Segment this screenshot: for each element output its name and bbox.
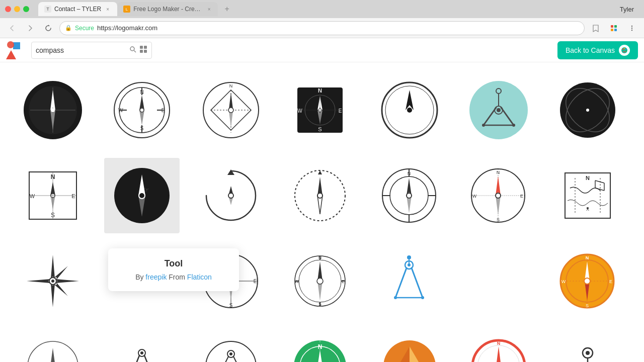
- tooltip-credit: By freepik From Flaticon: [123, 273, 224, 281]
- close-button[interactable]: [5, 6, 11, 12]
- svg-marker-134: [51, 255, 55, 279]
- author-link[interactable]: freepik: [145, 273, 167, 281]
- app-logo: [6, 41, 24, 59]
- svg-line-200: [218, 356, 228, 362]
- download-button[interactable]: [607, 21, 621, 35]
- svg-rect-6: [614, 25, 617, 28]
- svg-point-73: [512, 124, 515, 127]
- tab-contact[interactable]: T Contact – TYLER ×: [38, 2, 117, 16]
- svg-rect-14: [140, 46, 143, 49]
- icon-compass-simple-outline-sm[interactable]: [15, 329, 91, 362]
- icon-compass-circle-tool[interactable]: [193, 329, 269, 362]
- icon-compass-tool-pencil[interactable]: [372, 243, 447, 319]
- svg-line-193: [144, 355, 155, 362]
- svg-point-173: [408, 263, 411, 266]
- svg-text:T: T: [46, 7, 49, 12]
- icon-compass-drawing-tool[interactable]: [104, 329, 180, 362]
- browser-tabs: T Contact – TYLER × L Free Logo Maker - …: [38, 2, 616, 16]
- source-link[interactable]: Flaticon: [187, 273, 212, 281]
- svg-point-20: [624, 48, 625, 49]
- back-to-canvas-button[interactable]: Back to Canvas: [557, 41, 638, 59]
- svg-point-143: [51, 280, 54, 283]
- svg-text:N: N: [318, 255, 322, 260]
- minimize-button[interactable]: [14, 6, 20, 12]
- logo-circle: [7, 41, 14, 48]
- new-tab-button[interactable]: +: [220, 2, 234, 16]
- svg-point-72: [482, 124, 485, 127]
- icon-compass-star-wind[interactable]: [15, 243, 91, 319]
- svg-point-175: [421, 296, 424, 299]
- svg-text:S: S: [229, 303, 232, 308]
- svg-text:E: E: [339, 108, 342, 114]
- search-box: [31, 42, 152, 59]
- svg-text:W: W: [118, 108, 123, 113]
- icon-compass-dark-ellipse[interactable]: [550, 72, 625, 148]
- icon-compass-diamond[interactable]: N: [193, 72, 269, 148]
- forward-button[interactable]: [23, 21, 37, 35]
- from-label: From: [169, 273, 185, 281]
- svg-marker-64: [406, 90, 414, 110]
- svg-point-10: [631, 27, 632, 28]
- icon-compass-nswe-dark[interactable]: N W E S: [282, 72, 358, 148]
- svg-point-202: [229, 352, 232, 355]
- svg-text:S: S: [140, 126, 144, 131]
- icon-compass-dark-pointer[interactable]: ☞: [104, 158, 180, 233]
- icon-compass-orange-circle[interactable]: N S W E: [550, 243, 625, 319]
- address-bar[interactable]: 🔒 Secure https://logomakr.com: [59, 21, 585, 35]
- reload-button[interactable]: [41, 21, 55, 35]
- svg-point-71: [497, 108, 501, 112]
- icon-compass-orange-mountain[interactable]: [372, 329, 447, 362]
- svg-line-169: [412, 268, 423, 298]
- icon-compass-nswe-box[interactable]: N W E S: [15, 158, 91, 233]
- svg-point-182: [584, 278, 590, 284]
- search-input[interactable]: [36, 46, 126, 54]
- svg-rect-8: [614, 29, 617, 31]
- svg-text:N: N: [229, 83, 233, 88]
- svg-line-13: [134, 51, 136, 53]
- tab-favicon-logo: L: [123, 6, 130, 13]
- maximize-button[interactable]: [23, 6, 29, 12]
- icon-compass-anchor-tool[interactable]: [550, 329, 625, 362]
- back-button[interactable]: [5, 21, 19, 35]
- svg-point-79: [586, 109, 589, 112]
- svg-point-195: [140, 351, 143, 354]
- profile-name: Tyler: [620, 6, 634, 13]
- svg-point-9: [631, 25, 632, 26]
- icon-compass-minimal[interactable]: [372, 72, 447, 148]
- svg-text:☞: ☞: [143, 186, 149, 194]
- svg-marker-138: [54, 265, 68, 280]
- svg-text:E: E: [253, 279, 257, 284]
- icon-compass-antique[interactable]: N S W E: [282, 243, 358, 319]
- icon-compass-nswe-green[interactable]: N W E S: [282, 329, 358, 362]
- icon-compass-rotate-arrow[interactable]: [193, 158, 269, 233]
- tab-favicon-contact: T: [44, 6, 51, 13]
- tab-label-logo: Free Logo Maker - Create your...: [133, 6, 203, 13]
- icon-compass-map-treasure[interactable]: N X: [550, 158, 625, 233]
- secure-icon: 🔒: [65, 25, 72, 31]
- icon-compass-teal-drawing[interactable]: [461, 72, 536, 148]
- tooltip-name: Tool: [123, 258, 224, 269]
- logo-triangle: [6, 50, 16, 59]
- icon-compass-dark-filled[interactable]: [15, 72, 91, 148]
- svg-text:W: W: [472, 194, 477, 199]
- icon-compass-red-needle[interactable]: N S: [461, 329, 536, 362]
- tab-logo[interactable]: L Free Logo Maker - Create your... ×: [117, 2, 218, 16]
- tab-close-logo[interactable]: ×: [206, 6, 212, 13]
- svg-marker-48: [229, 111, 233, 128]
- svg-text:W: W: [561, 279, 566, 284]
- search-button[interactable]: [129, 46, 136, 54]
- icon-compass-dotted-rotate[interactable]: [282, 158, 358, 233]
- svg-line-192: [128, 355, 139, 362]
- tab-close-contact[interactable]: ×: [104, 6, 111, 13]
- icon-compass-double-ring[interactable]: N: [372, 158, 447, 233]
- svg-text:N: N: [586, 255, 589, 260]
- icon-compass-outline-thin[interactable]: N S W E: [104, 72, 180, 148]
- svg-marker-140: [54, 282, 68, 297]
- svg-point-174: [394, 296, 397, 299]
- icon-compass-single-ring[interactable]: N S W E: [461, 158, 536, 233]
- grid-view-button[interactable]: [139, 45, 147, 55]
- more-button[interactable]: [625, 21, 639, 35]
- svg-marker-188: [50, 348, 55, 362]
- app-toolbar: Back to Canvas: [0, 38, 644, 62]
- bookmark-button[interactable]: [589, 21, 603, 35]
